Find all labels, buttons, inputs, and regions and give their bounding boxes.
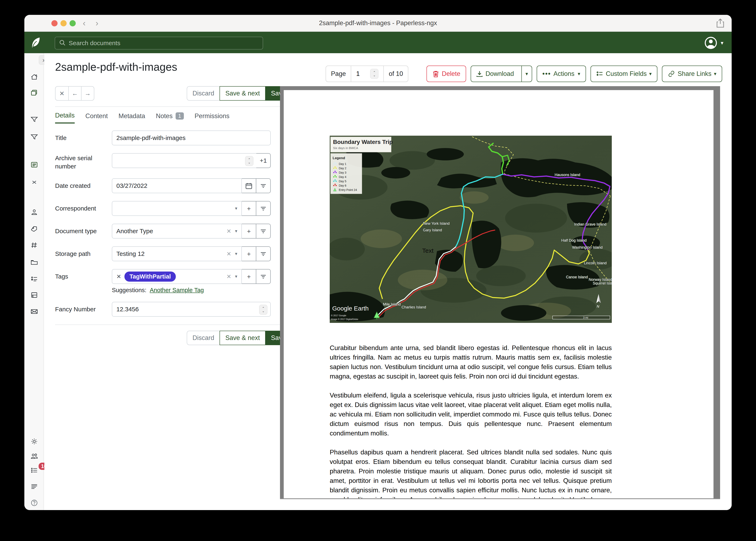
doc-nav-group: ✕ ← → [55,86,94,101]
edit-pane: ✕ ← → Discard Save & next Save Details C… [55,86,291,345]
app-window: ‹ › 2sample-pdf-with-images - Paperless-… [24,15,732,510]
date-suggestions-button[interactable] [256,178,271,193]
app-header: ▾ [24,32,732,53]
tag-remove-icon[interactable]: ✕ [116,273,121,280]
paragraph: Vestibulum eleifend, ligula a scelerisqu… [330,390,612,438]
correspondent-field-label: Correspondent [55,201,112,216]
svg-text:Indian Grave Island: Indian Grave Island [574,222,606,227]
previous-doc-button[interactable]: ← [68,87,81,100]
save-group-top: Discard Save & next Save [187,86,291,101]
sidebar-item-dashboard[interactable] [30,73,38,81]
sidebar-item-settings[interactable] [30,437,38,445]
fancy-number-input[interactable] [116,306,266,313]
search-input[interactable] [69,40,259,47]
actions-caret-icon: ▾ [578,71,580,77]
asn-field-label: Archive serial number [55,153,112,171]
sidebar-item-tags[interactable] [30,225,38,233]
tags-clear-icon[interactable]: ✕ [226,273,231,280]
sidebar-item-saved-filter[interactable] [30,116,38,123]
tags-suggestions-button[interactable] [256,269,271,284]
save-next-button[interactable]: Save & next [220,86,266,101]
sidebar-item-tasks[interactable]: 16 [30,466,38,474]
sidebar-item-asn[interactable] [30,241,38,249]
tab-permissions[interactable]: Permissions [195,112,229,124]
doctype-select[interactable]: Another Type ✕▾ [112,224,242,239]
storage-select[interactable]: Testing 12 ✕▾ [112,247,242,261]
date-created-input[interactable] [116,182,237,189]
paragraph: Curabitur bibendum ante urna, sed blandi… [330,343,612,381]
share-links-caret-icon: ▾ [714,71,716,77]
sidebar-item-custom-fields[interactable] [30,275,38,283]
download-caret-icon[interactable]: ▾ [521,66,532,82]
add-tag-button[interactable]: ＋ [241,269,256,284]
storage-field-label: Storage path [55,247,112,261]
download-button[interactable]: Download ▾ [471,66,532,82]
svg-text:N: N [597,304,599,308]
svg-text:Legend: Legend [333,156,345,160]
next-doc-button[interactable]: → [81,87,94,100]
tab-notes[interactable]: Notes 1 [156,112,184,124]
discard-button-bottom[interactable]: Discard [187,331,220,345]
custom-fields-icon [596,70,603,77]
storage-suggestions-button[interactable] [256,247,271,261]
correspondent-suggestions-button[interactable] [256,201,271,216]
calendar-button[interactable] [241,178,256,193]
delete-button[interactable]: Delete [426,66,466,82]
tags-select[interactable]: ✕ TagWithPartial ✕▾ [112,269,242,284]
custom-fields-button[interactable]: Custom Fields ▾ [591,66,657,82]
doctype-clear-icon[interactable]: ✕ [226,228,231,235]
close-doc-button[interactable]: ✕ [56,87,68,100]
page-number-input[interactable] [356,70,368,78]
sidebar-item-document-types[interactable] [30,258,38,266]
share-icon[interactable] [716,18,725,29]
map-title-box: Boundary Waters Trip Six days in BWCA [331,137,393,152]
user-menu[interactable]: ▾ [704,36,723,50]
custom-fields-caret-icon: ▾ [649,71,652,77]
sidebar-item-documents[interactable] [30,89,38,97]
page-stepper[interactable]: ⌃⌄ [370,69,378,79]
svg-text:Hausons Island: Hausons Island [555,173,580,177]
add-correspondent-button[interactable]: ＋ [241,201,256,216]
correspondent-select[interactable]: ▾ [112,201,242,216]
titlebar: ‹ › 2sample-pdf-with-images - Paperless-… [24,15,732,32]
title-input[interactable] [116,135,266,142]
sidebar-item-help[interactable] [30,499,38,507]
asn-input[interactable] [116,157,252,164]
save-next-button-bottom[interactable]: Save & next [220,331,266,345]
filter-lines-icon [260,182,267,190]
sidebar-item-correspondents[interactable] [30,208,38,216]
suggestions-label: Suggestions: [112,287,146,293]
svg-text:© 2017 Google: © 2017 Google [331,314,346,317]
map-image: Hausons Island New York Island Gary Isla… [330,136,612,323]
sidebar-item-logs[interactable] [30,482,38,490]
doctype-suggestions-button[interactable] [256,224,271,239]
detail-tabs: Details Content Metadata Notes 1 Permiss… [55,112,291,124]
sidebar-item-filter-2[interactable] [30,133,38,141]
google-earth-credit: Google Earth [332,305,369,312]
sidebar-item-mail[interactable] [30,307,38,315]
sidebar-item-close-document-icon[interactable] [30,178,38,186]
share-links-button[interactable]: Share Links ▾ [662,66,722,82]
actions-button[interactable]: ••• Actions ▾ [537,66,586,82]
sidebar-item-storage-paths[interactable] [30,291,38,299]
asn-stepper[interactable]: ⌃⌄ [245,156,253,166]
storage-caret-icon: ▾ [235,251,237,257]
svg-text:Boundary Waters Trip: Boundary Waters Trip [333,139,393,145]
storage-clear-icon[interactable]: ✕ [226,251,231,257]
add-storage-button[interactable]: ＋ [241,247,256,261]
sidebar-item-open-document[interactable] [30,161,38,169]
filter-lines-icon [260,205,267,212]
document-toolbar: Page ⌃⌄ of 10 Delete Download [326,66,722,82]
sidebar-item-users-groups[interactable] [30,452,38,460]
tab-details[interactable]: Details [55,112,75,124]
discard-button[interactable]: Discard [187,86,220,101]
tab-content[interactable]: Content [85,112,108,124]
pdf-viewer[interactable]: Hausons Island New York Island Gary Isla… [280,86,720,499]
filter-lines-icon [260,273,267,280]
add-doctype-button[interactable]: ＋ [241,224,256,239]
svg-text:Day 2: Day 2 [339,167,346,170]
fancy-number-stepper[interactable]: ⌃⌄ [259,305,267,314]
asn-plus-one-button[interactable]: +1 [256,153,271,168]
suggestion-tag-link[interactable]: Another Sample Tag [150,287,204,293]
tab-metadata[interactable]: Metadata [118,112,145,124]
